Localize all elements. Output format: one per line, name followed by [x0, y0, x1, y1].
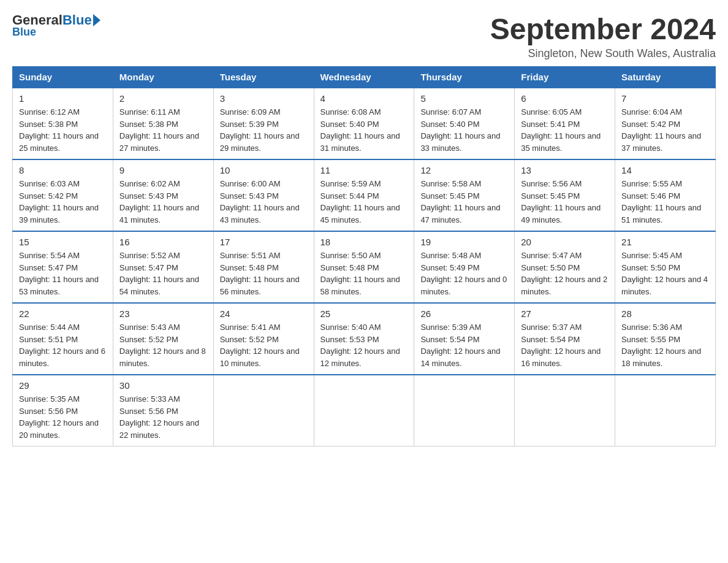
day-number: 29 — [19, 380, 107, 391]
week-row-2: 8 Sunrise: 6:03 AM Sunset: 5:42 PM Dayli… — [13, 159, 716, 231]
calendar-cell: 23 Sunrise: 5:43 AM Sunset: 5:52 PM Dayl… — [113, 303, 213, 375]
day-number: 20 — [521, 237, 609, 247]
calendar-cell: 17 Sunrise: 5:51 AM Sunset: 5:48 PM Dayl… — [213, 231, 314, 303]
calendar-cell — [615, 375, 716, 446]
day-number: 6 — [521, 93, 609, 104]
day-info: Sunrise: 6:04 AM Sunset: 5:42 PM Dayligh… — [621, 106, 709, 154]
week-row-5: 29 Sunrise: 5:35 AM Sunset: 5:56 PM Dayl… — [13, 375, 716, 446]
day-info: Sunrise: 5:54 AM Sunset: 5:47 PM Dayligh… — [19, 250, 107, 297]
calendar-cell: 27 Sunrise: 5:37 AM Sunset: 5:54 PM Dayl… — [515, 303, 615, 375]
day-info: Sunrise: 5:44 AM Sunset: 5:51 PM Dayligh… — [19, 321, 107, 369]
logo-subtitle: Blue — [12, 26, 36, 39]
calendar-cell: 22 Sunrise: 5:44 AM Sunset: 5:51 PM Dayl… — [13, 303, 113, 375]
calendar-cell: 6 Sunrise: 6:05 AM Sunset: 5:41 PM Dayli… — [515, 88, 615, 159]
column-header-monday: Monday — [113, 67, 213, 88]
column-header-saturday: Saturday — [615, 67, 716, 88]
calendar-header-row: SundayMondayTuesdayWednesdayThursdayFrid… — [13, 67, 716, 88]
logo-blue-text: Blue — [63, 12, 92, 28]
calendar-cell: 25 Sunrise: 5:40 AM Sunset: 5:53 PM Dayl… — [314, 303, 414, 375]
calendar-cell: 28 Sunrise: 5:36 AM Sunset: 5:55 PM Dayl… — [615, 303, 716, 375]
day-info: Sunrise: 6:00 AM Sunset: 5:43 PM Dayligh… — [220, 178, 308, 226]
column-header-wednesday: Wednesday — [314, 67, 414, 88]
day-info: Sunrise: 6:08 AM Sunset: 5:40 PM Dayligh… — [320, 106, 408, 154]
calendar-cell: 5 Sunrise: 6:07 AM Sunset: 5:40 PM Dayli… — [414, 88, 515, 159]
day-number: 9 — [119, 165, 207, 175]
day-number: 26 — [420, 308, 508, 319]
day-info: Sunrise: 6:12 AM Sunset: 5:38 PM Dayligh… — [19, 106, 107, 154]
calendar-cell: 1 Sunrise: 6:12 AM Sunset: 5:38 PM Dayli… — [13, 88, 113, 159]
day-number: 13 — [521, 165, 609, 175]
calendar-cell: 11 Sunrise: 5:59 AM Sunset: 5:44 PM Dayl… — [314, 159, 414, 231]
day-info: Sunrise: 5:59 AM Sunset: 5:44 PM Dayligh… — [320, 178, 408, 226]
calendar-cell — [515, 375, 615, 446]
calendar-cell: 15 Sunrise: 5:54 AM Sunset: 5:47 PM Dayl… — [13, 231, 113, 303]
day-number: 18 — [320, 237, 408, 247]
column-header-tuesday: Tuesday — [213, 67, 314, 88]
location: Singleton, New South Wales, Australia — [490, 47, 716, 60]
calendar-cell: 7 Sunrise: 6:04 AM Sunset: 5:42 PM Dayli… — [615, 88, 716, 159]
day-info: Sunrise: 5:39 AM Sunset: 5:54 PM Dayligh… — [420, 321, 508, 369]
week-row-3: 15 Sunrise: 5:54 AM Sunset: 5:47 PM Dayl… — [13, 231, 716, 303]
day-number: 21 — [621, 237, 709, 247]
day-number: 1 — [19, 93, 107, 104]
title-block: September 2024 Singleton, New South Wale… — [490, 12, 716, 60]
week-row-4: 22 Sunrise: 5:44 AM Sunset: 5:51 PM Dayl… — [13, 303, 716, 375]
day-info: Sunrise: 5:41 AM Sunset: 5:52 PM Dayligh… — [220, 321, 308, 369]
day-info: Sunrise: 5:48 AM Sunset: 5:49 PM Dayligh… — [420, 250, 508, 297]
month-title: September 2024 — [490, 12, 716, 46]
day-number: 17 — [220, 237, 308, 247]
logo-arrow-icon — [93, 14, 100, 26]
calendar-cell: 14 Sunrise: 5:55 AM Sunset: 5:46 PM Dayl… — [615, 159, 716, 231]
calendar-cell: 8 Sunrise: 6:03 AM Sunset: 5:42 PM Dayli… — [13, 159, 113, 231]
calendar-cell: 13 Sunrise: 5:56 AM Sunset: 5:45 PM Dayl… — [515, 159, 615, 231]
calendar-cell: 9 Sunrise: 6:02 AM Sunset: 5:43 PM Dayli… — [113, 159, 213, 231]
logo: GeneralBlue Blue — [12, 12, 100, 39]
day-info: Sunrise: 5:36 AM Sunset: 5:55 PM Dayligh… — [621, 321, 709, 369]
column-header-sunday: Sunday — [13, 67, 113, 88]
week-row-1: 1 Sunrise: 6:12 AM Sunset: 5:38 PM Dayli… — [13, 88, 716, 159]
day-number: 30 — [119, 380, 207, 391]
day-number: 25 — [320, 308, 408, 319]
day-number: 7 — [621, 93, 709, 104]
day-number: 12 — [420, 165, 508, 175]
calendar-cell — [213, 375, 314, 446]
day-number: 3 — [220, 93, 308, 104]
day-info: Sunrise: 6:05 AM Sunset: 5:41 PM Dayligh… — [521, 106, 609, 154]
day-info: Sunrise: 5:40 AM Sunset: 5:53 PM Dayligh… — [320, 321, 408, 369]
calendar-cell: 19 Sunrise: 5:48 AM Sunset: 5:49 PM Dayl… — [414, 231, 515, 303]
day-info: Sunrise: 5:43 AM Sunset: 5:52 PM Dayligh… — [119, 321, 207, 369]
day-info: Sunrise: 6:03 AM Sunset: 5:42 PM Dayligh… — [19, 178, 107, 226]
day-info: Sunrise: 5:50 AM Sunset: 5:48 PM Dayligh… — [320, 250, 408, 297]
day-number: 22 — [19, 308, 107, 319]
column-header-thursday: Thursday — [414, 67, 515, 88]
calendar-cell: 16 Sunrise: 5:52 AM Sunset: 5:47 PM Dayl… — [113, 231, 213, 303]
day-info: Sunrise: 5:56 AM Sunset: 5:45 PM Dayligh… — [521, 178, 609, 226]
calendar-cell: 10 Sunrise: 6:00 AM Sunset: 5:43 PM Dayl… — [213, 159, 314, 231]
calendar-cell: 29 Sunrise: 5:35 AM Sunset: 5:56 PM Dayl… — [13, 375, 113, 446]
calendar-cell: 21 Sunrise: 5:45 AM Sunset: 5:50 PM Dayl… — [615, 231, 716, 303]
day-info: Sunrise: 6:02 AM Sunset: 5:43 PM Dayligh… — [119, 178, 207, 226]
day-number: 2 — [119, 93, 207, 104]
day-number: 8 — [19, 165, 107, 175]
day-info: Sunrise: 5:37 AM Sunset: 5:54 PM Dayligh… — [521, 321, 609, 369]
calendar-cell: 2 Sunrise: 6:11 AM Sunset: 5:38 PM Dayli… — [113, 88, 213, 159]
calendar-cell: 3 Sunrise: 6:09 AM Sunset: 5:39 PM Dayli… — [213, 88, 314, 159]
day-number: 19 — [420, 237, 508, 247]
day-info: Sunrise: 5:52 AM Sunset: 5:47 PM Dayligh… — [119, 250, 207, 297]
calendar-cell — [314, 375, 414, 446]
day-number: 14 — [621, 165, 709, 175]
calendar-cell: 20 Sunrise: 5:47 AM Sunset: 5:50 PM Dayl… — [515, 231, 615, 303]
calendar-cell: 18 Sunrise: 5:50 AM Sunset: 5:48 PM Dayl… — [314, 231, 414, 303]
day-info: Sunrise: 5:35 AM Sunset: 5:56 PM Dayligh… — [19, 393, 107, 441]
day-info: Sunrise: 6:07 AM Sunset: 5:40 PM Dayligh… — [420, 106, 508, 154]
calendar-cell: 30 Sunrise: 5:33 AM Sunset: 5:56 PM Dayl… — [113, 375, 213, 446]
day-number: 11 — [320, 165, 408, 175]
day-number: 4 — [320, 93, 408, 104]
calendar-table: SundayMondayTuesdayWednesdayThursdayFrid… — [12, 66, 716, 446]
calendar-cell: 24 Sunrise: 5:41 AM Sunset: 5:52 PM Dayl… — [213, 303, 314, 375]
day-number: 16 — [119, 237, 207, 247]
day-number: 10 — [220, 165, 308, 175]
calendar-cell: 12 Sunrise: 5:58 AM Sunset: 5:45 PM Dayl… — [414, 159, 515, 231]
day-info: Sunrise: 6:09 AM Sunset: 5:39 PM Dayligh… — [220, 106, 308, 154]
day-number: 15 — [19, 237, 107, 247]
